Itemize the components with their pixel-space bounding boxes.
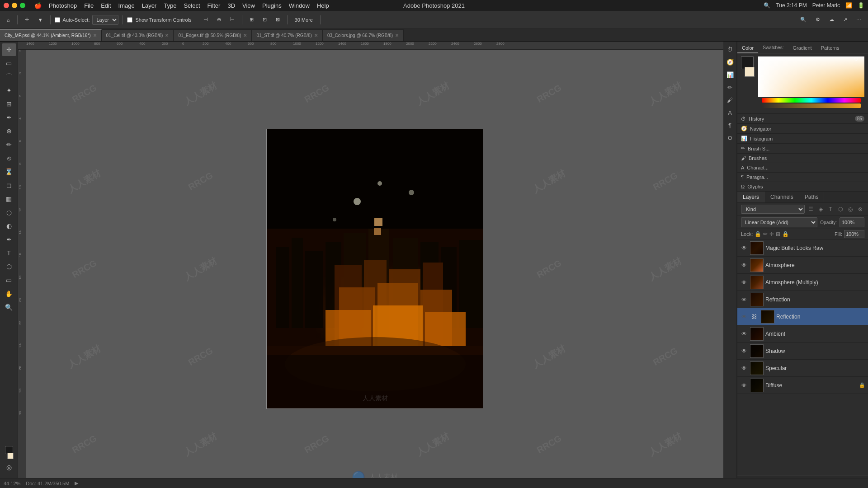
brushes-panel-row[interactable]: 🖌 Brushes (737, 154, 868, 163)
glyphs-panel-row[interactable]: Ω Glyphs (737, 182, 868, 192)
selection-tool[interactable]: ▭ (2, 57, 16, 70)
layer-visibility-toggle[interactable]: 👁 (740, 244, 748, 252)
pen-tool[interactable]: ✒ (2, 233, 16, 246)
blur-tool[interactable]: ◌ (2, 206, 16, 219)
menu-type[interactable]: Type (164, 2, 176, 9)
layer-filter-text-btn[interactable]: T (826, 205, 835, 213)
layer-visibility-toggle[interactable]: 👁 (740, 296, 748, 304)
eyedropper-tool[interactable]: ✒ (2, 111, 16, 124)
panel-histogram-icon[interactable]: 📊 (724, 69, 736, 80)
align-right-btn[interactable]: ⊢ (227, 14, 238, 26)
character-panel-row[interactable]: A Charact... (737, 163, 868, 173)
hue-slider[interactable] (762, 98, 861, 103)
lock-pixel-icon[interactable]: ✏ (763, 231, 768, 237)
auto-select-checkbox[interactable] (55, 17, 60, 23)
lasso-tool[interactable]: ⌒ (2, 70, 16, 83)
layer-visibility-toggle[interactable]: 👁 (740, 330, 748, 338)
layer-item[interactable]: 👁 Atmosphere (Multiply) (737, 274, 868, 291)
layer-visibility-toggle[interactable]: 👁 (740, 278, 748, 286)
tab-close-icon[interactable]: ✕ (165, 33, 169, 38)
cloud-btn[interactable]: ☁ (826, 14, 837, 26)
tab-cel[interactable]: 01_Cel.tif @ 43.3% (RGB/8) ✕ (102, 29, 174, 41)
histogram-panel-row[interactable]: 📊 Histogram (737, 134, 868, 144)
brush-tool[interactable]: ✏ (2, 138, 16, 151)
dodge-tool[interactable]: ◐ (2, 220, 16, 232)
layer-filter-type-btn[interactable]: ☰ (807, 205, 815, 213)
layer-list[interactable]: 👁 Magic Bullet Looks Raw 👁 Atmosphere (737, 239, 868, 475)
layer-item[interactable]: 👁 Atmosphere (737, 257, 868, 274)
tab-patterns[interactable]: Patterns (816, 43, 844, 53)
fill-input[interactable] (844, 230, 864, 238)
lock-all-icon[interactable]: 🔒 (782, 231, 789, 237)
distribute2-btn[interactable]: ⊡ (259, 14, 270, 26)
layer-visibility-toggle[interactable]: 👁 (740, 364, 748, 372)
layer-visibility-toggle[interactable]: 👁 (740, 313, 748, 321)
eraser-tool[interactable]: ◻ (2, 179, 16, 192)
opacity-input[interactable] (840, 217, 864, 227)
hand-tool[interactable]: ✋ (2, 287, 16, 300)
menu-image[interactable]: Image (118, 2, 135, 9)
tab-layers[interactable]: Layers (737, 192, 765, 202)
path-tool[interactable]: ⬡ (2, 260, 16, 273)
panel-para-icon[interactable]: ¶ (724, 119, 736, 131)
layer-item[interactable]: 👁 Ambient (737, 325, 868, 343)
tab-close-icon[interactable]: ✕ (314, 33, 318, 38)
panel-char-icon[interactable]: A (724, 107, 736, 118)
lock-artboard-icon[interactable]: ⊞ (776, 231, 780, 237)
menu-file[interactable]: File (84, 2, 94, 9)
heal-tool[interactable]: ⊕ (2, 125, 16, 137)
align-left-btn[interactable]: ⊣ (200, 14, 211, 26)
extra-btn[interactable]: ⋯ (853, 14, 864, 26)
lock-position-icon[interactable]: ✛ (769, 231, 774, 237)
canvas-area[interactable]: 2 0 2 4 6 8 10 12 14 16 18 20 22 24 26 2… (18, 50, 723, 488)
lock-icon[interactable]: 🔒 (755, 231, 761, 237)
menu-items[interactable]: 🍎 Photoshop File Edit Image Layer Type S… (34, 2, 329, 9)
tab-close-icon[interactable]: ✕ (243, 33, 247, 38)
layer-item-reflection[interactable]: 👁 ⛓ Reflection (737, 308, 868, 325)
history-brush-tool[interactable]: ⌛ (2, 165, 16, 178)
minimize-btn[interactable] (12, 3, 17, 8)
tab-swatches[interactable]: Swatches: (758, 43, 788, 53)
tab-color[interactable]: Color (737, 43, 758, 53)
search-btn[interactable]: 🔍 (797, 14, 810, 26)
opacity-slider[interactable] (762, 103, 861, 108)
tool-options[interactable]: ▼ (35, 14, 46, 26)
menu-edit[interactable]: Edit (101, 2, 111, 9)
layer-filter-adjust-btn[interactable]: ◈ (816, 205, 825, 213)
align-center-btn[interactable]: ⊕ (214, 14, 224, 26)
menu-plugins[interactable]: Plugins (262, 2, 282, 9)
menu-view[interactable]: View (242, 2, 255, 9)
panel-brushes-icon[interactable]: 🖌 (724, 94, 736, 106)
distribute-btn[interactable]: ⊞ (246, 14, 257, 26)
panel-history-icon[interactable]: ⏱ (724, 43, 736, 55)
canvas-background[interactable]: RRCG 人人素材 RRCG 人人素材 RRCG 人人素材 人人素材 RRCG … (26, 50, 723, 488)
tab-channels[interactable]: Channels (765, 192, 799, 202)
gradient-tool[interactable]: ▦ (2, 192, 16, 205)
color-gradient[interactable] (758, 56, 864, 97)
layer-filter-smart-btn[interactable]: ◎ (846, 205, 854, 213)
maximize-btn[interactable] (20, 3, 25, 8)
distribute3-btn[interactable]: ⊠ (273, 14, 283, 26)
tab-city-mp[interactable]: City_MP.psd @ 44.1% (Ambient, RGB/16*) ✕ (0, 29, 102, 41)
paragraph-panel-row[interactable]: ¶ Paragra... (737, 173, 868, 182)
move-tool-btn[interactable]: ✛ (22, 14, 32, 26)
menu-3d[interactable]: 3D (227, 2, 235, 9)
panel-glyphs-icon[interactable]: Ω (724, 132, 736, 144)
menu-window[interactable]: Window (289, 2, 310, 9)
shape-tool[interactable]: ▭ (2, 274, 16, 286)
menu-apple[interactable]: 🍎 (34, 2, 42, 9)
background-color[interactable] (7, 453, 14, 459)
layer-item[interactable]: 👁 Magic Bullet Looks Raw (737, 239, 868, 257)
layer-visibility-toggle[interactable]: 👁 (740, 261, 748, 269)
menu-photoshop[interactable]: Photoshop (49, 2, 77, 9)
close-btn[interactable] (4, 3, 9, 8)
layer-filter-shape-btn[interactable]: ⬡ (836, 205, 844, 213)
layer-filter-select[interactable]: Kind (741, 205, 805, 214)
stamp-tool[interactable]: ⎋ (2, 152, 16, 164)
search-icon[interactable]: 🔍 (764, 2, 770, 9)
more-tools-btn[interactable]: 30 More (292, 14, 316, 26)
background-swatch[interactable] (745, 67, 755, 77)
canvas-image[interactable]: 人人素材 (266, 129, 483, 409)
tab-close-icon[interactable]: ✕ (93, 33, 97, 38)
tab-gradient[interactable]: Gradient (788, 43, 816, 53)
